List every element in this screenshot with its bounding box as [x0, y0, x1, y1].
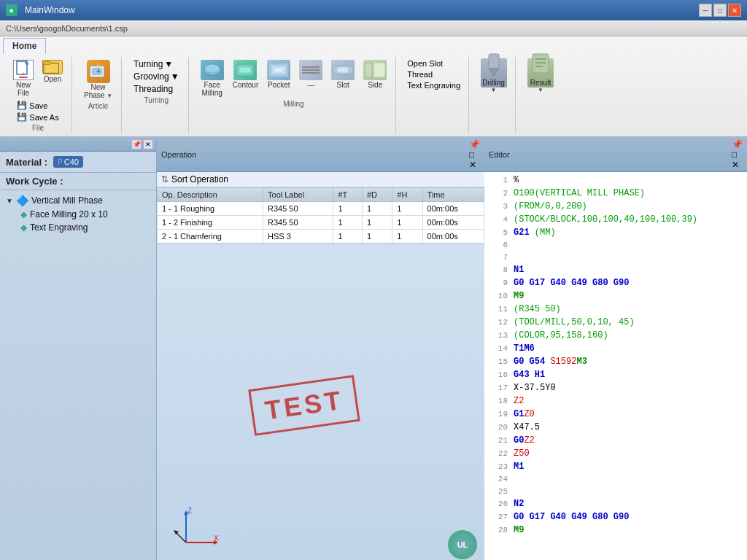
ribbon-group-drilling: Drilling ▼	[472, 57, 516, 133]
svg-rect-25	[489, 54, 499, 69]
editor-panel-float[interactable]: □	[732, 149, 743, 160]
line-number-28: 28	[487, 524, 508, 537]
editor-content[interactable]: 1%2O100(VERTICAL MILL PHASE)3(FROM/0,0,2…	[484, 172, 747, 560]
text-engraving-button[interactable]: Text Engraving	[405, 80, 462, 90]
operation-table: Op. Description Tool Label #T #D #H Time…	[157, 187, 484, 244]
operation-panel-float[interactable]: □	[469, 149, 480, 160]
contour-label: Contour	[233, 81, 259, 89]
tree-child-1[interactable]: ◆ Text Engraving	[18, 221, 153, 234]
editor-line-10: 10M9	[484, 289, 747, 303]
tree-section: ▼ 🔷 Vertical Mill Phase ◆ Face Milling 2…	[0, 190, 156, 560]
op-cell-0-desc: 1 - 1 Roughing	[158, 202, 263, 216]
slot-label: Slot	[337, 81, 349, 89]
new-file-button[interactable]: + NewFile	[10, 58, 36, 98]
line-content-15: G0 G54 S1592M3	[514, 355, 744, 368]
pocket-button[interactable]: Pocket	[264, 58, 293, 90]
op-table-row-1[interactable]: 1 - 2 FinishingR345 5011100m:00s	[158, 216, 484, 230]
close-button[interactable]: ✕	[728, 4, 741, 17]
contour-button[interactable]: Contour	[230, 58, 262, 90]
ribbon-group-result: Result ▼	[519, 57, 562, 133]
operation-panel-controls: 📌 □ ✕	[469, 139, 480, 170]
thread-button[interactable]: Thread	[405, 69, 462, 79]
op-table-body: 1 - 1 RoughingR345 5011100m:00s1 - 2 Fin…	[158, 202, 484, 244]
center-panel: Operation 📌 □ ✕ ⇅ Sort Operation Op. Des…	[157, 138, 484, 560]
tree-root-item[interactable]: ▼ 🔷 Vertical Mill Phase	[3, 193, 153, 208]
editor-line-16: 16G43 H1	[484, 368, 747, 381]
left-panel-controls: 📌 ✕	[131, 139, 153, 149]
editor-line-17: 17X-37.5Y0	[484, 381, 747, 394]
save-as-button[interactable]: 💾 Save As	[15, 112, 61, 122]
tree-child-0-icon: ◆	[20, 209, 27, 219]
new-phase-label: NewPhase ▼	[84, 83, 112, 99]
new-phase-button[interactable]: + NewPhase ▼	[81, 58, 115, 101]
threading-button[interactable]: Threading	[131, 83, 182, 95]
side-button[interactable]: Side	[360, 58, 390, 90]
left-panel-close[interactable]: ✕	[143, 139, 153, 149]
preview-area: TEST Z X	[157, 244, 484, 560]
file-path: C:\Users\googol\Documents\1.csp	[3, 24, 128, 33]
line-content-2: O100(VERTICAL MILL PHASE)	[514, 187, 744, 200]
milling-items: FaceMilling Contour	[198, 58, 390, 98]
editor-line-24: 24	[484, 473, 747, 486]
editor-line-13: 13(COLOR,95,158,160)	[484, 329, 747, 342]
editor-line-4: 4(STOCK/BLOCK,100,100,40,100,100,39)	[484, 213, 747, 226]
dash-button[interactable]: ---	[296, 58, 325, 90]
grooving-button[interactable]: Grooving ▼	[131, 71, 182, 82]
editor-panel: Editor 📌 □ ✕ 1%2O100(VERTICAL MILL PHASE…	[484, 138, 747, 560]
line-content-20: X47.5	[514, 421, 744, 434]
editor-panel-close[interactable]: ✕	[732, 160, 743, 170]
editor-line-23: 23M1	[484, 460, 747, 473]
left-panel-pin[interactable]: 📌	[131, 139, 142, 149]
other-items: Open Slot Thread Text Engraving	[405, 58, 462, 90]
slot-button[interactable]: Slot	[328, 58, 357, 90]
op-cell-1-desc: 1 - 2 Finishing	[158, 216, 263, 230]
open-button[interactable]: Open	[39, 58, 66, 85]
tree-child-0[interactable]: ◆ Face Milling 20 x 10	[18, 208, 153, 221]
tree-expand-icon: ▼	[6, 197, 13, 205]
op-table-row-0[interactable]: 1 - 1 RoughingR345 5011100m:00s	[158, 202, 484, 216]
minimize-button[interactable]: ─	[699, 4, 712, 17]
ribbon: Home + NewFile	[0, 36, 747, 138]
line-number-6: 6	[487, 239, 508, 252]
editor-line-21: 21G0Z2	[484, 434, 747, 447]
line-number-2: 2	[487, 187, 508, 200]
pocket-icon	[267, 60, 290, 80]
op-table-row-2[interactable]: 2 - 1 ChamferingHSS 311100m:00s	[158, 230, 484, 244]
op-cell-1-h: 1	[392, 216, 422, 230]
line-content-5: G21 (MM)	[514, 226, 744, 239]
file-group-label: File	[32, 124, 44, 132]
article-group-label: Article	[88, 102, 109, 110]
result-button[interactable]: Result ▼	[527, 58, 554, 88]
turning-button[interactable]: Turning ▼	[131, 58, 182, 70]
line-content-28: M9	[514, 524, 744, 537]
line-content-10: M9	[514, 289, 744, 303]
op-cell-2-h: 1	[392, 230, 422, 244]
line-number-5: 5	[487, 227, 508, 239]
editor-line-3: 3(FROM/0,0,200)	[484, 200, 747, 213]
line-content-9: G0 G17 G40 G49 G80 G90	[514, 276, 744, 289]
left-panel-header: 📌 ✕	[0, 138, 156, 152]
tab-home[interactable]: Home	[3, 38, 46, 54]
svg-point-12	[205, 64, 220, 73]
op-cell-2-time: 00m:00s	[422, 230, 484, 244]
face-milling-icon	[201, 60, 224, 80]
line-content-12: (TOOL/MILL,50,0,10, 45)	[514, 316, 744, 329]
material-section: Material : P C40	[0, 152, 156, 173]
material-badge[interactable]: P C40	[53, 156, 83, 168]
drilling-button[interactable]: Drilling ▼	[481, 58, 507, 88]
operation-panel-header: Operation 📌 □ ✕	[157, 138, 484, 172]
open-slot-button[interactable]: Open Slot	[405, 58, 462, 69]
operation-panel-close[interactable]: ✕	[469, 160, 480, 170]
editor-panel-pin[interactable]: 📌	[732, 139, 743, 149]
open-icon	[42, 60, 63, 74]
col-t: #T	[333, 188, 362, 202]
operation-panel-pin[interactable]: 📌	[469, 139, 480, 149]
ribbon-content: + NewFile Open 💾	[0, 54, 747, 136]
maximize-button[interactable]: □	[713, 4, 727, 17]
col-time: Time	[422, 188, 484, 202]
save-button[interactable]: 💾 Save	[15, 100, 61, 111]
svg-rect-17	[274, 68, 283, 72]
test-stamp: TEST	[248, 375, 360, 436]
face-milling-button[interactable]: FaceMilling	[198, 58, 227, 98]
line-content-17: X-37.5Y0	[514, 381, 744, 394]
